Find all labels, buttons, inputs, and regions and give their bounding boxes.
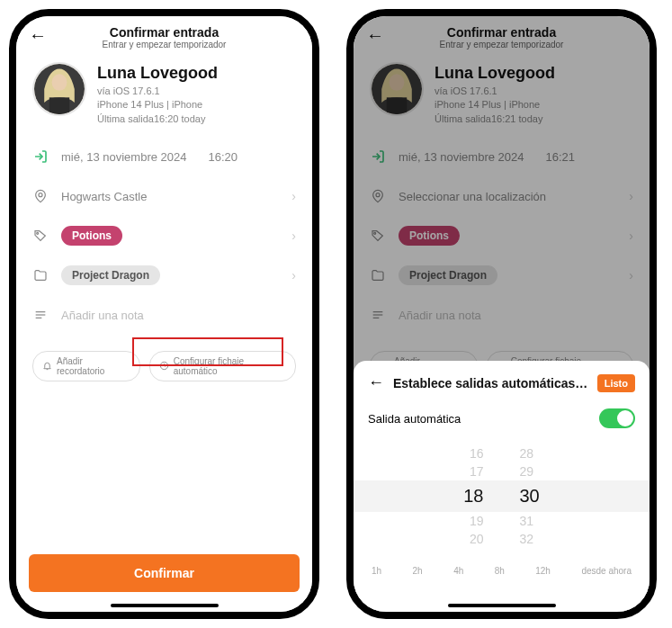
header-title: Confirmar entrada — [366, 25, 637, 40]
avatar — [370, 62, 424, 116]
header: ← Confirmar entrada Entrar y empezar tem… — [16, 16, 312, 55]
project-pill: Project Dragon — [61, 265, 160, 285]
folder-icon — [370, 268, 386, 283]
header-subtitle: Entrar y empezar temporizador — [366, 40, 637, 49]
row-note[interactable]: Añadir una nota — [370, 295, 633, 335]
highlight-box — [132, 337, 283, 366]
quick-1h[interactable]: 1h — [372, 566, 381, 576]
user-name: Luna Lovegood — [435, 64, 555, 83]
bottom-sheet: ← Establece salidas automáticas a... Lis… — [354, 361, 650, 612]
phone-right: ← Confirmar entrada Entrar y empezar tem… — [346, 9, 657, 619]
user-last: Última salida16:21 today — [435, 112, 555, 126]
sheet-title: Establece salidas automáticas a... — [393, 376, 588, 390]
toggle-switch[interactable] — [599, 408, 635, 428]
quick-presets: 1h 2h 4h 8h 12h desde ahora — [368, 566, 635, 576]
svg-rect-3 — [49, 97, 69, 116]
quick-4h[interactable]: 4h — [453, 566, 463, 576]
back-arrow-icon[interactable]: ← — [29, 25, 47, 46]
svg-point-12 — [390, 74, 405, 91]
svg-point-14 — [376, 193, 380, 197]
login-icon — [370, 149, 386, 164]
user-summary: Luna Lovegood vía iOS 17.6.1 iPhone 14 P… — [354, 55, 650, 137]
row-project[interactable]: Project Dragon › — [370, 256, 633, 295]
chip-reminder[interactable]: Añadir recordatorio — [32, 351, 140, 381]
row-location[interactable]: Hogwarts Castle › — [32, 176, 296, 216]
tag-icon — [32, 229, 49, 243]
row-note[interactable]: Añadir una nota — [32, 295, 296, 335]
quick-8h[interactable]: 8h — [495, 566, 505, 576]
svg-point-4 — [39, 193, 42, 197]
svg-point-2 — [52, 74, 67, 91]
toggle-label: Salida automática — [368, 412, 461, 426]
location-icon — [32, 189, 49, 203]
date-value: mié, 13 noviembre 2024 — [61, 150, 186, 164]
phone-left: ← Confirmar entrada Entrar y empezar tem… — [9, 9, 319, 619]
note-icon — [370, 308, 386, 322]
chevron-right-icon: › — [629, 268, 633, 283]
user-name: Luna Lovegood — [97, 64, 218, 83]
header-title: Confirmar entrada — [29, 25, 300, 40]
svg-rect-13 — [387, 97, 407, 116]
user-device: iPhone 14 Plus | iPhone — [435, 98, 555, 112]
location-value: Hogwarts Castle — [61, 190, 147, 203]
home-indicator — [111, 604, 219, 607]
confirm-label: Confirmar — [134, 566, 194, 580]
note-icon — [32, 308, 49, 322]
project-pill: Project Dragon — [399, 265, 497, 285]
back-arrow-icon[interactable]: ← — [368, 373, 384, 392]
time-picker[interactable]: 1628 1729 1830 1931 2032 — [368, 444, 635, 548]
back-arrow-icon[interactable]: ← — [366, 25, 384, 46]
svg-point-15 — [374, 233, 376, 235]
user-device: iPhone 14 Plus | iPhone — [97, 98, 218, 112]
row-tag[interactable]: Potions › — [32, 216, 296, 256]
user-summary: Luna Lovegood vía iOS 17.6.1 iPhone 14 P… — [16, 55, 312, 137]
login-icon — [32, 149, 49, 164]
bell-icon — [42, 361, 52, 372]
row-tag[interactable]: Potions › — [370, 216, 633, 256]
user-os: vía iOS 17.6.1 — [435, 85, 555, 98]
row-datetime[interactable]: mié, 13 noviembre 2024 16:21 — [370, 137, 633, 176]
row-datetime[interactable]: mié, 13 noviembre 2024 16:20 — [32, 137, 296, 176]
quick-now[interactable]: desde ahora — [581, 566, 632, 576]
header: ← Confirmar entrada Entrar y empezar tem… — [354, 16, 650, 55]
tag-pill: Potions — [61, 226, 122, 246]
avatar — [32, 62, 86, 116]
home-indicator — [448, 604, 556, 607]
chevron-right-icon: › — [291, 189, 296, 203]
location-value: Seleccionar una localización — [399, 190, 546, 203]
header-subtitle: Entrar y empezar temporizador — [29, 40, 300, 49]
confirm-button[interactable]: Confirmar — [29, 554, 300, 592]
tag-pill: Potions — [399, 226, 460, 246]
user-last: Última salida16:20 today — [97, 112, 218, 126]
chevron-right-icon: › — [629, 189, 633, 203]
chevron-right-icon: › — [291, 268, 296, 283]
chevron-right-icon: › — [291, 229, 296, 243]
quick-12h[interactable]: 12h — [535, 566, 551, 576]
location-icon — [370, 189, 386, 203]
row-project[interactable]: Project Dragon › — [32, 256, 296, 295]
date-value: mié, 13 noviembre 2024 — [399, 150, 524, 164]
chip-reminder-label: Añadir recordatorio — [57, 356, 130, 376]
folder-icon — [32, 268, 49, 283]
done-button[interactable]: Listo — [597, 374, 635, 392]
time-value: 16:21 — [545, 150, 575, 164]
time-value: 16:20 — [208, 150, 237, 164]
tag-icon — [370, 229, 386, 243]
toggle-row: Salida automática — [368, 408, 635, 428]
row-location[interactable]: Seleccionar una localización › — [370, 176, 633, 216]
user-os: vía iOS 17.6.1 — [97, 85, 218, 98]
note-placeholder: Añadir una nota — [61, 309, 144, 322]
quick-2h[interactable]: 2h — [413, 566, 423, 576]
note-placeholder: Añadir una nota — [399, 309, 481, 322]
svg-point-5 — [37, 233, 39, 235]
chevron-right-icon: › — [629, 229, 633, 243]
